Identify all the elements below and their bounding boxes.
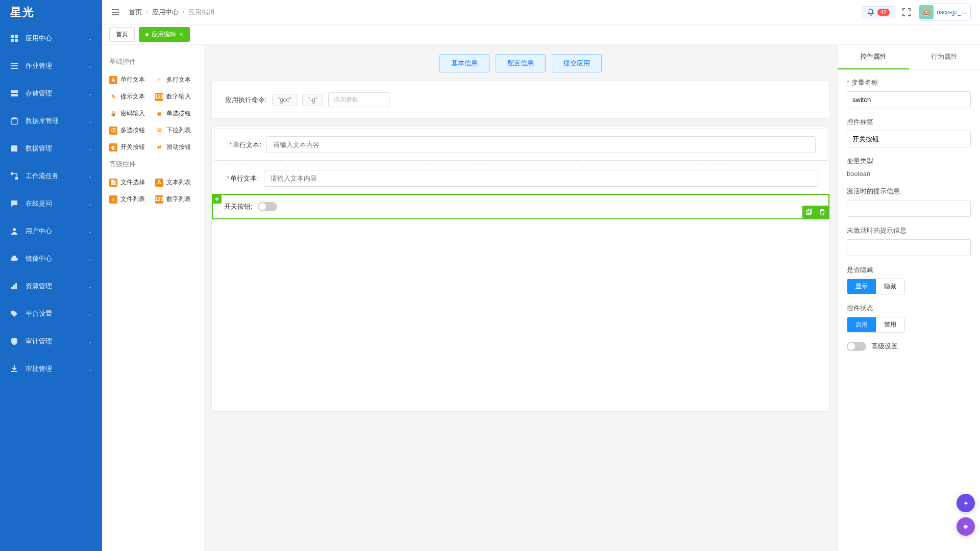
nav-storage[interactable]: 存储管理⌄: [0, 80, 102, 107]
command-chip[interactable]: "gcc": [272, 94, 297, 106]
text-input[interactable]: [264, 170, 818, 187]
widget-slider[interactable]: ⇄滑动按钮: [153, 140, 199, 155]
widget-label: 滑动按钮: [166, 143, 191, 152]
tabs-bar: 首页 应用编辑✕: [102, 24, 980, 45]
lock-icon: 🔒: [109, 110, 117, 118]
nav-user[interactable]: 用户中心⌄: [0, 217, 102, 245]
fullscreen-icon[interactable]: [902, 8, 911, 16]
add-param-input[interactable]: 添加参数: [328, 92, 389, 107]
state-toggle: 启用 禁用: [847, 317, 905, 333]
widget-radio[interactable]: ◉单选按钮: [153, 106, 199, 121]
add-handle-icon[interactable]: +: [212, 194, 222, 204]
nav-label: 平台设置: [26, 309, 52, 318]
widget-switch[interactable]: ◐开关按钮: [107, 140, 153, 155]
chevron-down-icon: ⌄: [88, 36, 92, 41]
nav-resource[interactable]: 资源管理⌄: [0, 272, 102, 300]
chevron-down-icon: ⌄: [88, 229, 92, 234]
user-menu[interactable]: 🐹 nscc-gz_...: [918, 4, 971, 21]
widget-label: 开关按钮: [120, 143, 145, 152]
svg-point-13: [13, 228, 16, 231]
nav-approval[interactable]: 审批管理⌄: [0, 355, 102, 383]
switch-control[interactable]: [258, 202, 277, 211]
chevron-down-icon: ⌄: [88, 311, 92, 317]
widget-label: 单行文本: [120, 76, 145, 84]
chevron-down-icon: ⌄: [88, 201, 92, 207]
state-enable-option[interactable]: 启用: [847, 317, 876, 332]
switch-icon: ◐: [109, 143, 117, 152]
form-canvas[interactable]: *单行文本: *单行文本: + 开关按钮:: [211, 126, 830, 412]
workflow-icon: [10, 172, 18, 180]
number-list-icon: 123: [155, 195, 163, 204]
form-row-text2[interactable]: *单行文本:: [212, 163, 829, 194]
nav-settings[interactable]: 平台设置⌄: [0, 300, 102, 328]
list-icon: [10, 62, 18, 70]
assistant-float-button[interactable]: ❖: [957, 517, 975, 536]
inactive-hint-input[interactable]: [847, 239, 971, 256]
widget-text-list[interactable]: A文本列表: [153, 175, 199, 190]
state-disable-option[interactable]: 禁用: [876, 317, 904, 332]
chevron-down-icon: ⌄: [88, 63, 92, 69]
var-type-value: boolean: [847, 170, 971, 178]
widget-multi-text[interactable]: ≡多行文本: [153, 72, 199, 87]
widget-label: 文本列表: [166, 178, 191, 187]
nav-label: 在线提问: [26, 199, 52, 208]
form-row-switch[interactable]: + 开关按钮:: [212, 194, 829, 219]
notifications-button[interactable]: 42: [862, 6, 895, 18]
widget-password[interactable]: 🔒密码输入: [107, 106, 153, 121]
var-name-input[interactable]: [847, 91, 971, 108]
nav-image[interactable]: 镜像中心⌄: [0, 245, 102, 272]
props-tab-control[interactable]: 控件属性: [838, 45, 909, 69]
svg-point-9: [11, 117, 17, 119]
nav-data[interactable]: 数据管理⌄: [0, 135, 102, 162]
widget-file-select[interactable]: 📄文件选择: [107, 175, 153, 190]
delete-icon[interactable]: [816, 206, 829, 219]
nav-job[interactable]: 作业管理⌄: [0, 52, 102, 80]
nav-label: 审批管理: [26, 364, 52, 373]
text-input[interactable]: [266, 136, 816, 153]
svg-rect-6: [11, 68, 18, 69]
widget-label: 数字列表: [166, 195, 191, 204]
advanced-settings-switch[interactable]: [847, 342, 866, 351]
widget-label: 多行文本: [166, 76, 191, 84]
command-chip[interactable]: "-g": [302, 94, 323, 106]
help-float-button[interactable]: ✦: [957, 494, 975, 512]
nav-qa[interactable]: 在线提问⌄: [0, 190, 102, 217]
file-list-icon: ≡: [109, 195, 117, 204]
copy-icon[interactable]: [802, 206, 816, 219]
close-icon[interactable]: ✕: [179, 32, 183, 37]
menu-toggle-icon[interactable]: [111, 8, 119, 16]
active-hint-input[interactable]: [847, 200, 971, 217]
widget-dropdown[interactable]: ☰下拉列表: [153, 123, 199, 138]
props-tab-behavior[interactable]: 行为属性: [909, 45, 981, 69]
nav-database[interactable]: 数据库管理⌄: [0, 107, 102, 135]
nav-label: 审计管理: [26, 337, 52, 346]
breadcrumb-mid[interactable]: 应用中心: [152, 8, 179, 17]
widget-label: 下拉列表: [166, 126, 191, 135]
lines-icon: ≡: [155, 76, 163, 84]
breadcrumb-home[interactable]: 首页: [129, 8, 142, 17]
hidden-show-option[interactable]: 显示: [847, 279, 876, 294]
nav: 应用中心⌄ 作业管理⌄ 存储管理⌄ 数据库管理⌄ 数据管理⌄ 工作流任务⌄ 在线…: [0, 24, 102, 551]
tab-home[interactable]: 首页: [109, 27, 135, 42]
nav-workflow[interactable]: 工作流任务⌄: [0, 162, 102, 190]
step-submit[interactable]: 提交应用: [552, 54, 602, 72]
nav-audit[interactable]: 审计管理⌄: [0, 328, 102, 355]
tab-app-edit[interactable]: 应用编辑✕: [139, 27, 190, 42]
cloud-icon: [10, 255, 18, 263]
step-config-info[interactable]: 配置信息: [496, 54, 546, 72]
widget-number-list[interactable]: 123数字列表: [153, 192, 199, 207]
chevron-down-icon: ⌄: [88, 284, 92, 289]
step-basic-info[interactable]: 基本信息: [439, 54, 489, 72]
ctrl-label-input[interactable]: [847, 131, 971, 147]
prop-var-name-label: *变量名称: [847, 78, 971, 87]
hidden-hide-option[interactable]: 隐藏: [876, 279, 904, 294]
text-icon: A: [109, 76, 117, 84]
nav-app-center[interactable]: 应用中心⌄: [0, 24, 102, 52]
widget-file-list[interactable]: ≡文件列表: [107, 192, 153, 207]
svg-rect-5: [11, 65, 18, 66]
widget-checkbox[interactable]: ☑多选按钮: [107, 123, 153, 138]
widget-number-input[interactable]: 123数字输入: [153, 89, 199, 104]
widget-single-text[interactable]: A单行文本: [107, 72, 153, 87]
form-row-text1[interactable]: *单行文本:: [214, 129, 827, 161]
widget-hint-text[interactable]: ✎提示文本: [107, 89, 153, 104]
